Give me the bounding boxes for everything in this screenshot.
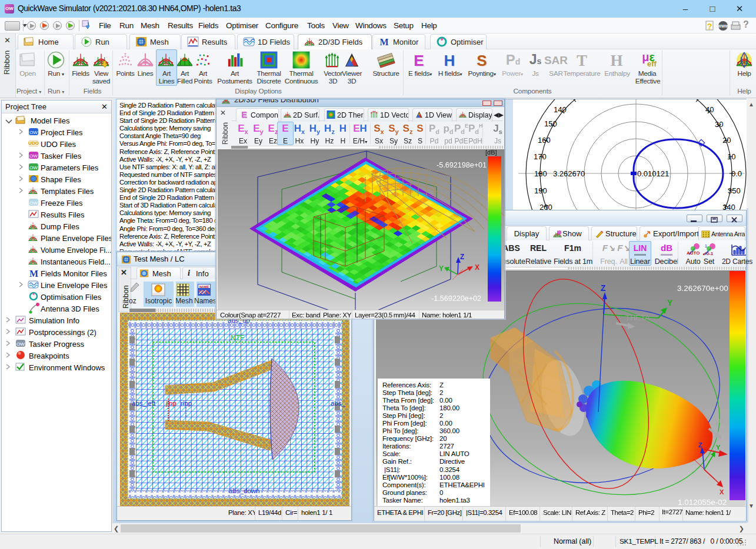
svg-text:[dB]: [dB]: [485, 149, 497, 156]
svg-text:Z: Z: [698, 441, 702, 448]
svg-text:Z: Z: [601, 283, 606, 293]
svg-text:Y: Y: [716, 444, 721, 451]
svg-text:3.262670: 3.262670: [553, 169, 585, 178]
svg-text:140: 140: [554, 105, 567, 114]
svg-text:jinp: jinp: [165, 400, 176, 407]
svg-text:Y: Y: [667, 298, 673, 307]
svg-text:0.0: 0.0: [731, 169, 742, 178]
svg-text:340: 340: [722, 203, 735, 210]
svg-text:3.262670e+00: 3.262670e+00: [677, 284, 728, 293]
svg-text:180: 180: [534, 169, 547, 178]
svg-text:1: 1: [705, 244, 707, 248]
svg-text:30: 30: [715, 120, 723, 129]
svg-text:abs_left: abs_left: [132, 400, 156, 407]
svg-text:1.012055e-02: 1.012055e-02: [678, 498, 727, 506]
svg-text:rinp: rinp: [181, 400, 192, 407]
svg-text:↙0-1: ↙0-1: [702, 251, 714, 256]
svg-text:40: 40: [705, 105, 714, 114]
svg-text:abs_down: abs_down: [229, 487, 259, 494]
svg-text:THETA: THETA: [625, 313, 650, 322]
svg-text:-1.569220e+02: -1.569220e+02: [431, 294, 481, 303]
svg-text:350: 350: [728, 186, 741, 195]
svg-text:190: 190: [534, 186, 547, 195]
svg-text:10: 10: [727, 152, 735, 161]
svg-text:X: X: [720, 488, 724, 496]
svg-text:NAME: NAME: [199, 285, 209, 289]
svg-text:20: 20: [722, 136, 731, 145]
svg-text:0.010121: 0.010121: [637, 169, 669, 178]
svg-text:150: 150: [544, 119, 557, 128]
svg-text:-5.692198e+01: -5.692198e+01: [437, 161, 487, 169]
svg-text:Y: Y: [439, 265, 444, 273]
svg-text:X: X: [475, 263, 479, 272]
svg-text:PHI: PHI: [715, 417, 729, 427]
svg-text:NTF: NTF: [231, 334, 244, 342]
svg-text:200: 200: [539, 203, 552, 210]
svg-text:Z: Z: [460, 253, 464, 261]
svg-text:170: 170: [534, 152, 547, 161]
svg-text:160: 160: [538, 136, 551, 145]
svg-text:abs_: abs_: [331, 400, 346, 407]
